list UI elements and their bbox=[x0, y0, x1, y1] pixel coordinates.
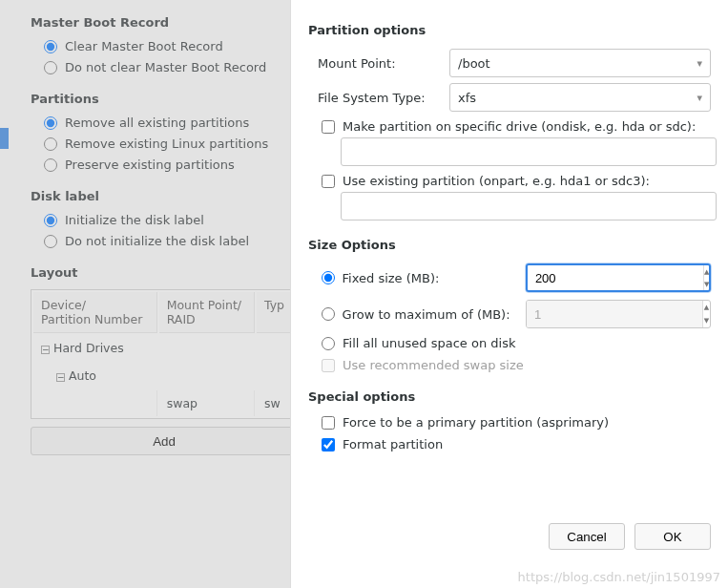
cancel-button[interactable]: Cancel bbox=[549, 523, 625, 550]
special-options-title: Special options bbox=[308, 389, 711, 404]
onpart-checkbox[interactable] bbox=[322, 175, 335, 188]
partition-options-title: Partition options bbox=[308, 23, 711, 37]
fill-radio[interactable] bbox=[322, 337, 335, 350]
mbr-noclear-label: Do not clear Master Boot Record bbox=[65, 60, 266, 74]
grow-radio[interactable] bbox=[322, 307, 335, 321]
fs-type-value: xfs bbox=[458, 91, 476, 105]
spin-up-icon[interactable]: ▲ bbox=[704, 265, 709, 278]
col-mountpoint[interactable]: Mount Point/RAID bbox=[159, 292, 255, 333]
active-tab-indicator bbox=[0, 128, 9, 149]
mbr-clear-label: Clear Master Boot Record bbox=[65, 39, 223, 53]
partition-dialog: Partition options Mount Point: /boot ▾ F… bbox=[290, 0, 728, 588]
grow-spin: ▲▼ bbox=[526, 300, 711, 328]
tree-collapse-icon[interactable]: − bbox=[41, 346, 50, 354]
grow-input bbox=[527, 301, 702, 327]
fixed-size-radio[interactable] bbox=[322, 271, 335, 284]
spin-down-icon[interactable]: ▼ bbox=[704, 278, 709, 290]
spin-up-icon: ▲ bbox=[703, 301, 710, 314]
table-row[interactable]: swapsw bbox=[33, 390, 295, 416]
format-label: Format partition bbox=[343, 437, 443, 452]
onpart-input[interactable] bbox=[341, 192, 717, 220]
table-row[interactable]: −Hard Drives bbox=[33, 335, 295, 361]
ondisk-input[interactable] bbox=[341, 137, 717, 166]
mount-point-value: /boot bbox=[458, 56, 490, 71]
add-button[interactable]: Add bbox=[31, 427, 298, 455]
mount-point-combo[interactable]: /boot ▾ bbox=[449, 49, 711, 77]
col-type[interactable]: Typ bbox=[257, 292, 295, 333]
grow-label: Grow to maximum of (MB): bbox=[343, 307, 518, 322]
chevron-down-icon: ▾ bbox=[697, 57, 702, 70]
swap-size-label: Use recommended swap size bbox=[343, 358, 524, 372]
col-device[interactable]: Device/Partition Number bbox=[33, 292, 157, 333]
table-row[interactable]: −Auto bbox=[33, 363, 295, 388]
mount-point-label: Mount Point: bbox=[318, 56, 440, 71]
ok-button[interactable]: OK bbox=[634, 523, 711, 550]
fs-type-combo[interactable]: xfs ▾ bbox=[449, 83, 711, 112]
layout-table: Device/Partition Number Mount Point/RAID… bbox=[31, 289, 298, 419]
spin-down-icon: ▼ bbox=[703, 314, 710, 327]
fill-label: Fill all unused space on disk bbox=[343, 336, 515, 350]
format-checkbox[interactable] bbox=[322, 438, 335, 452]
fixed-size-label: Fixed size (MB): bbox=[343, 271, 518, 285]
asprimary-checkbox[interactable] bbox=[322, 416, 335, 430]
ondisk-checkbox[interactable] bbox=[322, 120, 335, 134]
size-options-title: Size Options bbox=[308, 238, 711, 252]
ondisk-label: Make partition on specific drive (ondisk… bbox=[343, 119, 696, 134]
swap-size-checkbox bbox=[322, 359, 335, 372]
onpart-label: Use existing partition (onpart, e.g. hda… bbox=[343, 174, 650, 188]
fs-type-label: File System Type: bbox=[318, 91, 440, 105]
fixed-size-input[interactable] bbox=[528, 265, 703, 290]
fixed-size-spin[interactable]: ▲▼ bbox=[526, 263, 711, 292]
asprimary-label: Force to be a primary partition (asprima… bbox=[343, 415, 609, 430]
chevron-down-icon: ▾ bbox=[697, 92, 702, 104]
tree-collapse-icon[interactable]: − bbox=[56, 373, 65, 382]
watermark-text: https://blog.csdn.net/jin1501997 bbox=[518, 570, 720, 584]
